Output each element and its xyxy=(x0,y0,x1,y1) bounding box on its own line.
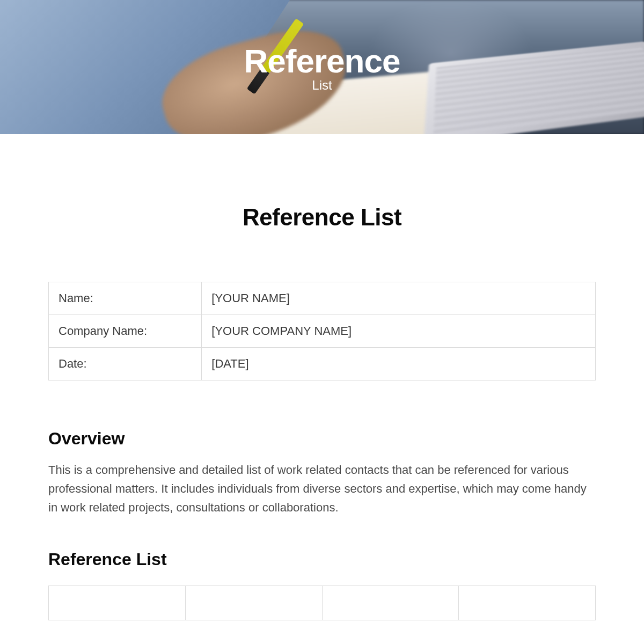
info-label: Name: xyxy=(49,282,202,315)
content-area: Reference List Name: [YOUR NAME] Company… xyxy=(0,134,644,620)
ref-cell xyxy=(322,586,459,620)
hero-title: Reference xyxy=(244,42,400,80)
reference-list-heading: Reference List xyxy=(48,550,596,569)
overview-text: This is a comprehensive and detailed lis… xyxy=(48,460,596,517)
table-row: Name: [YOUR NAME] xyxy=(49,282,596,315)
hero-banner: Reference List xyxy=(0,0,644,134)
ref-cell xyxy=(49,586,186,620)
table-row: Date: [DATE] xyxy=(49,348,596,380)
page-title: Reference List xyxy=(48,204,596,231)
info-value: [DATE] xyxy=(202,348,596,380)
ref-cell xyxy=(185,586,322,620)
hero-subtitle: List xyxy=(244,78,400,93)
info-label: Company Name: xyxy=(49,315,202,348)
table-row xyxy=(49,586,596,620)
info-value: [YOUR COMPANY NAME] xyxy=(202,315,596,348)
table-row: Company Name: [YOUR COMPANY NAME] xyxy=(49,315,596,348)
info-table: Name: [YOUR NAME] Company Name: [YOUR CO… xyxy=(48,282,596,380)
overview-heading: Overview xyxy=(48,429,596,449)
reference-table xyxy=(48,586,596,620)
hero-text-block: Reference List xyxy=(244,42,400,93)
info-label: Date: xyxy=(49,348,202,380)
ref-cell xyxy=(459,586,596,620)
info-value: [YOUR NAME] xyxy=(202,282,596,315)
